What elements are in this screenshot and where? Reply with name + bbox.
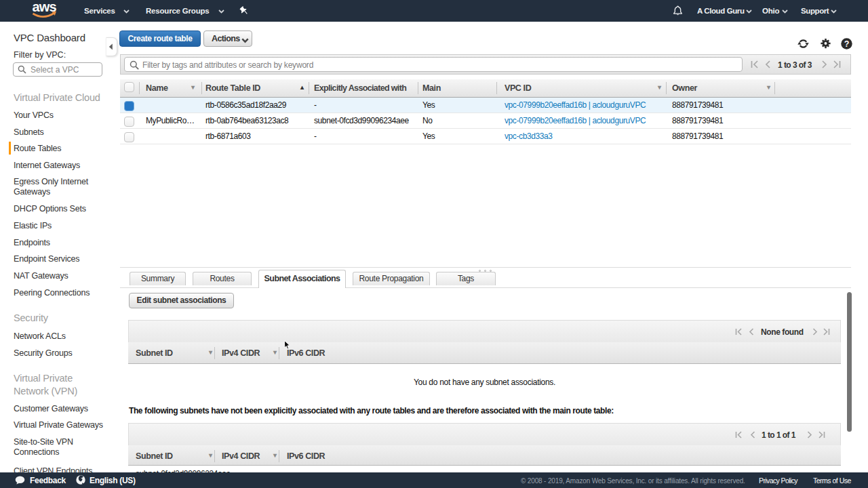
svg-text:?: ? (844, 39, 850, 49)
